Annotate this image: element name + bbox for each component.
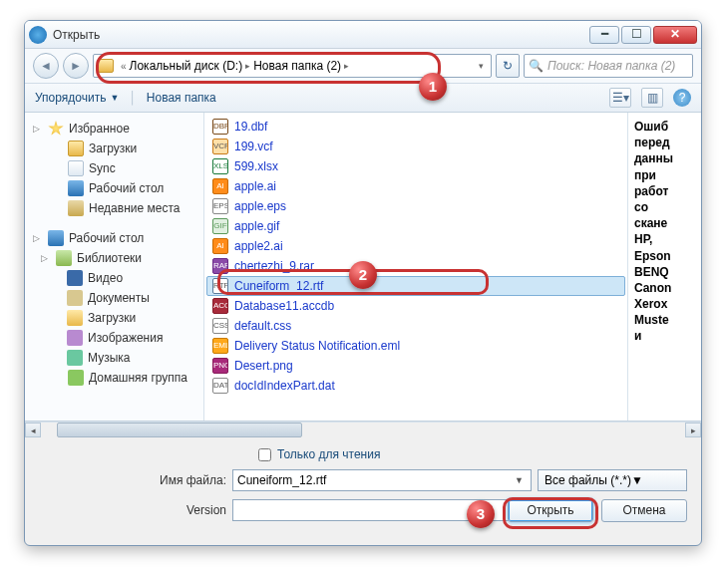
help-button[interactable]: ? (673, 89, 691, 107)
chevron-right-icon[interactable]: ▸ (341, 61, 352, 71)
bottom-panel: Только для чтения Имя файла: Cuneiform_1… (25, 437, 701, 530)
file-name: docIdIndexPart.dat (234, 379, 335, 393)
breadcrumb-segment[interactable]: Локальный диск (D:) (130, 59, 243, 73)
chevron-down-icon[interactable]: ▼ (631, 473, 643, 487)
filename-label: Имя файла: (39, 473, 226, 487)
breadcrumb-segment[interactable]: Новая папка (2) (253, 59, 341, 73)
desk-icon (48, 230, 64, 246)
sidebar-item[interactable]: Видео (27, 268, 201, 288)
sidebar-item[interactable]: Рабочий стол (27, 178, 201, 198)
file-name: Desert.png (234, 359, 293, 373)
file-name: apple.ai (234, 179, 276, 193)
file-list[interactable]: DBF19.dbfVCF199.vcfXLS599.xlsxAIapple.ai… (204, 113, 627, 421)
vid-icon (67, 270, 83, 286)
desk-icon (68, 180, 84, 196)
nav-forward-button[interactable]: ► (63, 53, 89, 79)
file-icon: XLS (212, 158, 228, 174)
file-row[interactable]: DBF19.dbf (206, 117, 625, 137)
preview-line: скане (634, 215, 695, 231)
sidebar-item[interactable]: Домашняя группа (27, 368, 201, 388)
file-row[interactable]: CSSdefault.css (206, 316, 625, 336)
preview-line: Ошиб (634, 119, 695, 135)
file-row[interactable]: DATdocIdIndexPart.dat (206, 376, 625, 396)
chevron-down-icon[interactable]: ▼ (512, 475, 527, 485)
preview-line: Xerox (634, 296, 695, 312)
search-input[interactable]: 🔍 Поиск: Новая папка (2) (524, 54, 693, 78)
preview-line: Epson (634, 248, 695, 264)
cancel-button[interactable]: Отмена (601, 499, 687, 522)
file-icon: GIF (212, 218, 228, 234)
new-folder-button[interactable]: Новая папка (147, 91, 216, 105)
file-name: Database11.accdb (234, 299, 334, 313)
sidebar-item[interactable]: Документы (27, 288, 201, 308)
file-icon: PNG (212, 358, 228, 374)
file-row[interactable]: AIapple.ai (206, 176, 625, 196)
sidebar-item[interactable]: Изображения (27, 328, 201, 348)
file-row[interactable]: RARchertezhi_9.rar (206, 256, 625, 276)
scrollbar-thumb[interactable] (57, 423, 302, 437)
file-row[interactable]: AIapple2.ai (206, 236, 625, 256)
sidebar-group-head[interactable]: ▷Рабочий стол (27, 228, 201, 248)
minimize-button[interactable]: ━ (589, 26, 619, 44)
file-icon: DAT (212, 378, 228, 394)
file-icon: RTF (212, 278, 228, 294)
sidebar-item[interactable]: Загрузки (27, 139, 201, 158)
file-icon: CSS (212, 318, 228, 334)
close-button[interactable]: ✕ (653, 26, 697, 44)
breadcrumb-dropdown[interactable]: ▾ (476, 61, 487, 71)
preview-line: со (634, 199, 695, 215)
file-icon: AI (212, 238, 228, 254)
file-row[interactable]: ACCDatabase11.accdb (206, 296, 625, 316)
refresh-button[interactable]: ↻ (496, 54, 520, 78)
file-row[interactable]: VCF199.vcf (206, 137, 625, 156)
titlebar: Открыть ━ ☐ ✕ (25, 21, 701, 49)
readonly-checkbox-row: Только для чтения (258, 447, 687, 461)
sidebar-item[interactable]: Загрузки (27, 308, 201, 328)
open-button[interactable]: Открыть (508, 499, 593, 522)
file-icon: DBF (212, 119, 228, 135)
readonly-checkbox[interactable] (258, 448, 271, 461)
star-icon (48, 121, 64, 137)
preview-line: и (634, 328, 695, 344)
file-row[interactable]: PNGDesert.png (206, 356, 625, 376)
sidebar-item[interactable]: Музыка (27, 348, 201, 368)
organize-menu[interactable]: Упорядочить▼ (35, 91, 119, 105)
open-file-dialog: Открыть ━ ☐ ✕ ◄ ► « Локальный диск (D:) … (24, 20, 702, 546)
sidebar-item[interactable]: Недавние места (27, 198, 201, 218)
filename-input[interactable]: Cuneiform_12.rtf ▼ (232, 469, 532, 491)
file-name: Cuneiform_12.rtf (234, 279, 323, 293)
maximize-button[interactable]: ☐ (621, 26, 651, 44)
file-name: default.css (234, 319, 291, 333)
preview-line: Muste (634, 312, 695, 328)
file-name: Delivery Status Notification.eml (234, 339, 400, 353)
file-row[interactable]: EMLDelivery Status Notification.eml (206, 336, 625, 356)
preview-line: BENQ (634, 264, 695, 280)
file-name: apple2.ai (234, 239, 283, 253)
sidebar-group-head[interactable]: ▷Избранное (27, 119, 201, 139)
breadcrumb-bar[interactable]: « Локальный диск (D:) ▸ Новая папка (2) … (93, 54, 492, 78)
search-icon: 🔍 (529, 59, 544, 73)
mus-icon (67, 350, 83, 366)
scroll-left-icon[interactable]: ◂ (25, 423, 41, 437)
window-title: Открыть (53, 28, 587, 42)
file-type-filter[interactable]: Все файлы (*.*) ▼ (538, 469, 687, 491)
chevron-right-icon[interactable]: ▸ (242, 61, 253, 71)
horizontal-scrollbar[interactable]: ◂ ▸ (25, 422, 701, 437)
nav-sidebar: ▷ИзбранноеЗагрузкиSyncРабочий столНедавн… (25, 113, 204, 421)
file-row[interactable]: RTFCuneiform_12.rtf (206, 276, 625, 296)
home-icon (68, 370, 84, 386)
file-name: apple.gif (234, 219, 279, 233)
toolbar: Упорядочить▼ │ Новая папка ☰▾ ▥ ? (25, 83, 701, 113)
sync-icon (68, 160, 84, 176)
view-options-button[interactable]: ☰▾ (609, 88, 631, 108)
scroll-right-icon[interactable]: ▸ (685, 423, 701, 437)
file-row[interactable]: GIFapple.gif (206, 216, 625, 236)
preview-pane-button[interactable]: ▥ (641, 88, 663, 108)
preview-line: HP, (634, 231, 695, 247)
sidebar-item[interactable]: Sync (27, 158, 201, 178)
file-icon: EML (212, 338, 228, 354)
file-row[interactable]: XLS599.xlsx (206, 156, 625, 176)
nav-back-button[interactable]: ◄ (33, 53, 59, 79)
sidebar-item[interactable]: ▷Библиотеки (27, 248, 201, 268)
file-row[interactable]: EPSapple.eps (206, 196, 625, 216)
